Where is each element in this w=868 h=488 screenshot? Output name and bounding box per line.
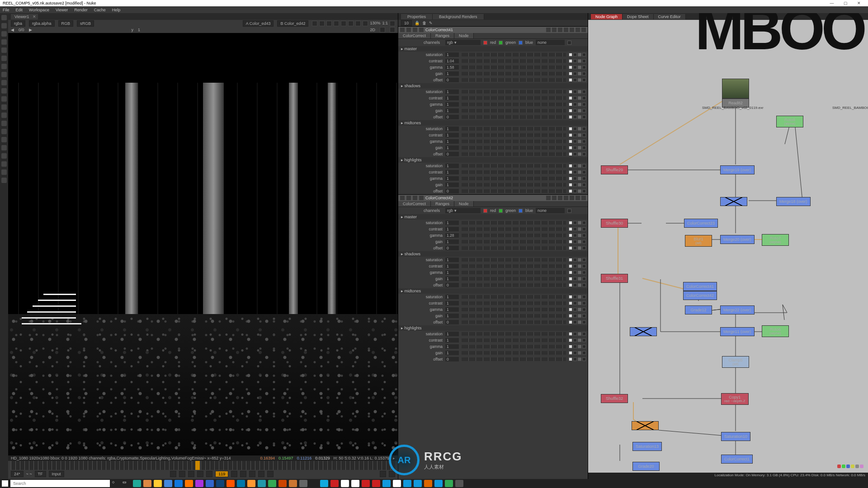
param-slider[interactable] <box>462 271 566 274</box>
green-checkbox[interactable] <box>499 41 503 45</box>
key-icon[interactable] <box>582 271 586 274</box>
swatch-icon[interactable] <box>573 357 577 361</box>
swatch-icon[interactable] <box>569 66 572 69</box>
param-slider[interactable] <box>462 258 566 262</box>
anim-icon[interactable] <box>578 53 581 56</box>
param-slider[interactable] <box>462 177 566 180</box>
anim-icon[interactable] <box>578 308 581 311</box>
swatch-icon[interactable] <box>573 308 577 311</box>
anim-icon[interactable] <box>578 78 581 82</box>
param-value[interactable]: 1 <box>445 183 459 187</box>
swatch-icon[interactable] <box>569 283 572 287</box>
param-slider[interactable] <box>462 96 566 100</box>
param-slider[interactable] <box>462 66 566 69</box>
timeline-ruler[interactable] <box>11 461 395 470</box>
param-value[interactable]: 0 <box>445 283 459 287</box>
anim-icon[interactable] <box>578 189 581 193</box>
tool-icon[interactable] <box>1 113 7 118</box>
close-button[interactable]: ✕ <box>853 1 865 5</box>
anim-icon[interactable] <box>578 295 581 299</box>
swatch-icon[interactable] <box>569 96 572 100</box>
param-slider[interactable] <box>462 308 566 311</box>
tool-icon[interactable] <box>1 145 7 150</box>
panel-subtab[interactable]: Node <box>454 33 474 38</box>
lock-icon[interactable] <box>413 28 417 32</box>
anim-icon[interactable] <box>578 246 581 250</box>
swatch-icon[interactable] <box>569 140 572 143</box>
param-value[interactable]: 1 <box>445 89 459 94</box>
param-value[interactable]: 1 <box>445 258 459 262</box>
node-sat10[interactable]: Saturation10 <box>721 432 750 441</box>
swatch-icon[interactable] <box>573 90 577 94</box>
key-icon[interactable] <box>582 320 586 324</box>
swatch-icon[interactable] <box>573 258 577 262</box>
param-value[interactable]: 0 <box>445 152 459 156</box>
taskbar-app-icon[interactable] <box>226 480 235 487</box>
param-slider[interactable] <box>462 109 566 113</box>
key-icon[interactable] <box>582 177 586 180</box>
node-roto6[interactable]: Roto6(alpha) <box>762 325 789 337</box>
swatch-icon[interactable] <box>569 53 572 56</box>
key-icon[interactable] <box>582 357 586 361</box>
key-icon[interactable] <box>582 152 586 156</box>
param-value[interactable]: 1.58 <box>445 65 459 70</box>
lock-icon[interactable]: 🔒 <box>415 21 420 25</box>
node-blur1[interactable]: Blur1(all) <box>685 235 712 247</box>
taskbar-app-icon[interactable] <box>247 480 255 487</box>
param-value[interactable]: 1 <box>445 139 459 144</box>
viewport[interactable] <box>8 33 398 455</box>
node-merge20[interactable]: Merge20 (over) <box>720 235 755 244</box>
cortana-icon[interactable]: ○ <box>112 480 120 487</box>
tool-icon[interactable] <box>1 137 7 142</box>
swatch-icon[interactable] <box>573 351 577 355</box>
menu-render[interactable]: Render <box>74 8 88 12</box>
key-icon[interactable] <box>582 234 586 237</box>
panel-header[interactable]: ColorCorrect41 <box>398 27 588 33</box>
mask-dropdown[interactable]: none <box>536 208 565 213</box>
key-icon[interactable] <box>582 227 586 231</box>
nav-right-icon[interactable]: ▶ <box>29 28 32 32</box>
taskbar-app-icon[interactable] <box>403 480 411 487</box>
green-checkbox[interactable] <box>499 209 503 213</box>
swatch-icon[interactable] <box>573 332 577 336</box>
swatch-icon[interactable] <box>569 277 572 281</box>
swatch-icon[interactable] <box>573 170 577 174</box>
inputB-dropdown[interactable]: B Color_ed42 <box>277 20 308 27</box>
group-header[interactable]: ▸ master <box>398 214 588 220</box>
swatch-icon[interactable] <box>569 115 572 119</box>
anim-icon[interactable] <box>578 221 581 225</box>
step-rev-icon[interactable] <box>197 471 203 477</box>
param-value[interactable]: 1 <box>445 145 459 150</box>
swatch-icon[interactable] <box>569 59 572 63</box>
hdr-icon[interactable] <box>326 21 332 26</box>
swatch-icon[interactable] <box>573 115 577 119</box>
taskbar-app-icon[interactable] <box>424 480 432 487</box>
anim-icon[interactable] <box>578 66 581 69</box>
swatch-icon[interactable] <box>569 164 572 168</box>
param-slider[interactable] <box>462 170 566 174</box>
menu-file[interactable]: File <box>3 8 9 12</box>
param-slider[interactable] <box>462 146 566 150</box>
param-slider[interactable] <box>462 221 566 225</box>
param-value[interactable]: 1 <box>445 127 459 131</box>
param-value[interactable]: 1 <box>445 108 459 113</box>
tool-icon[interactable] <box>1 88 7 94</box>
taskbar-app-icon[interactable] <box>310 480 318 487</box>
maximize-button[interactable]: ▢ <box>839 1 852 5</box>
swatch-icon[interactable] <box>569 152 572 156</box>
eye-icon[interactable] <box>406 28 411 32</box>
key-icon[interactable] <box>582 53 586 56</box>
swatch-icon[interactable] <box>573 295 577 299</box>
key-icon[interactable] <box>582 295 586 299</box>
swatch-icon[interactable] <box>573 53 577 56</box>
hdr-icon[interactable] <box>363 21 368 26</box>
tl-tf[interactable]: TF <box>35 471 46 477</box>
key-icon[interactable] <box>582 283 586 287</box>
param-value[interactable]: 0 <box>445 78 459 82</box>
tool-icon[interactable] <box>1 153 7 159</box>
hdr-icon[interactable] <box>355 21 361 26</box>
tl-input[interactable]: Input <box>49 471 64 477</box>
anim-icon[interactable] <box>578 170 581 174</box>
param-slider[interactable] <box>462 90 566 94</box>
taskbar-app-icon[interactable] <box>164 480 172 487</box>
